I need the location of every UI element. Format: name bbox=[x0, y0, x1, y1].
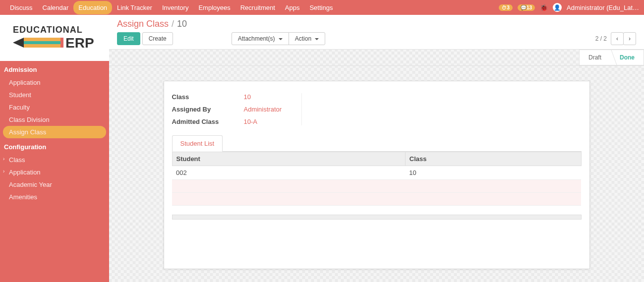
col-class[interactable]: Class bbox=[405, 152, 581, 166]
table-empty-row bbox=[172, 180, 581, 193]
create-button[interactable]: Create bbox=[142, 32, 173, 45]
breadcrumb-root[interactable]: Assign Class bbox=[117, 19, 169, 29]
caret-down-icon bbox=[315, 38, 319, 40]
class-value[interactable]: 10 bbox=[244, 93, 282, 101]
chevron-right-icon: › bbox=[3, 156, 4, 162]
form-fields: Class 10 Assigned By Administrator Admit… bbox=[172, 93, 582, 125]
tab-student-list[interactable]: Student List bbox=[172, 135, 223, 152]
menu-recruitment[interactable]: Recruitment bbox=[235, 1, 280, 14]
user-menu[interactable]: Administrator (Edu_Lat… bbox=[567, 4, 639, 11]
sheet-footer-bar bbox=[172, 215, 582, 220]
edit-button[interactable]: Edit bbox=[117, 32, 140, 45]
sidebar-item-faculty[interactable]: Faculty bbox=[0, 101, 109, 113]
activity-icon[interactable]: ⏱3 bbox=[499, 4, 513, 11]
systray: ⏱3 💬13 🐞 👤 Administrator (Edu_Lat… bbox=[499, 3, 639, 12]
cell-student: 002 bbox=[172, 166, 405, 180]
svg-marker-1 bbox=[13, 38, 24, 48]
user-avatar[interactable]: 👤 bbox=[553, 3, 562, 12]
sidebar-item-academic-year[interactable]: Academic Year bbox=[0, 178, 109, 191]
left-sidebar: EDUCATIONAL ERP Admission Application St… bbox=[0, 15, 109, 282]
sidebar-item-application[interactable]: Application bbox=[0, 76, 109, 89]
student-list-table: Student Class 002 10 bbox=[172, 152, 582, 206]
menu-apps[interactable]: Apps bbox=[280, 1, 305, 14]
status-draft[interactable]: Draft bbox=[579, 50, 611, 65]
pager-next-button[interactable]: › bbox=[623, 32, 636, 45]
main-menu: Discuss Calendar Education Link Tracker … bbox=[5, 1, 338, 14]
chevron-left-icon: ‹ bbox=[616, 35, 618, 42]
sidebar-item-class[interactable]: ›Class bbox=[0, 154, 109, 166]
status-bar: Draft Done bbox=[109, 50, 644, 66]
svg-rect-4 bbox=[60, 38, 63, 48]
clock-icon: ⏱ bbox=[502, 5, 507, 10]
breadcrumb-separator: / bbox=[172, 19, 174, 29]
app-logo[interactable]: EDUCATIONAL ERP bbox=[0, 15, 109, 61]
debug-icon[interactable]: 🐞 bbox=[540, 4, 548, 11]
activity-count: 3 bbox=[507, 5, 510, 10]
table-empty-row bbox=[172, 193, 581, 206]
chevron-right-icon: › bbox=[3, 169, 4, 174]
sidebar-item-student[interactable]: Student bbox=[0, 89, 109, 101]
notebook-tabs: Student List bbox=[172, 135, 582, 152]
control-panel: Assign Class / 10 Edit Create Attachment… bbox=[109, 15, 644, 50]
menu-calendar[interactable]: Calendar bbox=[38, 1, 74, 14]
sidebar-item-config-application[interactable]: ›Application bbox=[0, 166, 109, 178]
breadcrumb-current: 10 bbox=[177, 19, 187, 29]
sidebar-item-assign-class[interactable]: Assign Class bbox=[3, 126, 106, 138]
main-content: Assign Class / 10 Edit Create Attachment… bbox=[109, 15, 644, 282]
chat-icon: 💬 bbox=[521, 5, 527, 10]
sidebar-section-configuration: Configuration bbox=[0, 138, 109, 154]
col-student[interactable]: Student bbox=[172, 152, 405, 166]
pager-prev-button[interactable]: ‹ bbox=[611, 32, 624, 45]
svg-text:EDUCATIONAL: EDUCATIONAL bbox=[13, 25, 83, 35]
menu-education[interactable]: Education bbox=[73, 1, 112, 14]
attachments-button[interactable]: Attachment(s) bbox=[232, 32, 289, 45]
table-row[interactable]: 002 10 bbox=[172, 166, 581, 180]
center-button-group: Attachment(s) Action bbox=[232, 32, 326, 45]
chevron-right-icon: › bbox=[629, 35, 631, 42]
menu-employees[interactable]: Employees bbox=[193, 1, 235, 14]
pager-text[interactable]: 2 / 2 bbox=[595, 35, 607, 42]
sidebar-item-class-division[interactable]: Class Division bbox=[0, 113, 109, 126]
svg-rect-3 bbox=[24, 41, 60, 44]
pager: 2 / 2 ‹ › bbox=[595, 32, 636, 45]
assigned-by-value[interactable]: Administrator bbox=[244, 106, 282, 113]
admitted-class-value[interactable]: 10-A bbox=[244, 118, 282, 125]
cell-class: 10 bbox=[405, 166, 581, 180]
messaging-count: 13 bbox=[527, 5, 532, 10]
svg-text:ERP: ERP bbox=[65, 35, 94, 51]
menu-settings[interactable]: Settings bbox=[304, 1, 338, 14]
menu-inventory[interactable]: Inventory bbox=[157, 1, 193, 14]
admitted-class-label: Admitted Class bbox=[172, 118, 244, 125]
menu-discuss[interactable]: Discuss bbox=[5, 1, 38, 14]
breadcrumb: Assign Class / 10 bbox=[117, 19, 636, 29]
caret-down-icon bbox=[279, 38, 283, 40]
sidebar-item-amenities[interactable]: Amenities bbox=[0, 191, 109, 203]
sidebar-section-admission: Admission bbox=[0, 61, 109, 76]
messaging-icon[interactable]: 💬13 bbox=[518, 4, 535, 11]
form-sheet: Class 10 Assigned By Administrator Admit… bbox=[164, 81, 590, 269]
class-label: Class bbox=[172, 93, 244, 101]
top-navbar: Discuss Calendar Education Link Tracker … bbox=[0, 0, 644, 15]
action-button[interactable]: Action bbox=[289, 32, 326, 45]
assigned-by-label: Assigned By bbox=[172, 106, 244, 113]
menu-link-tracker[interactable]: Link Tracker bbox=[112, 1, 157, 14]
